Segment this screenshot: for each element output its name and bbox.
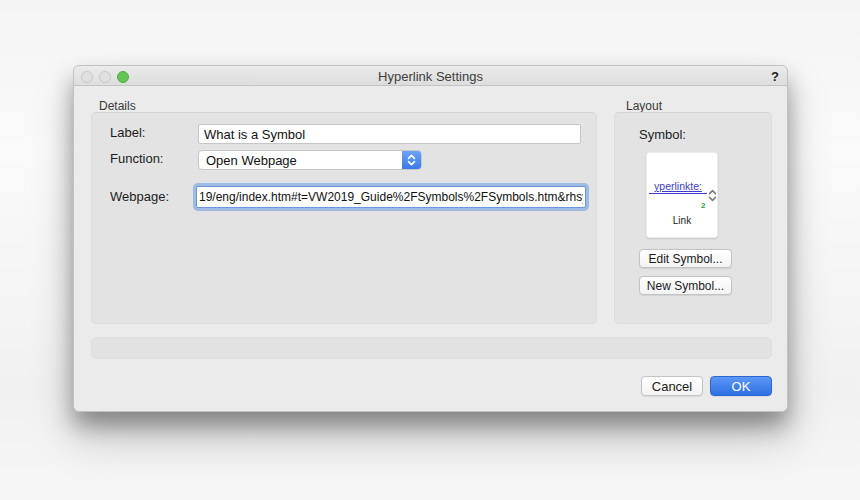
symbol-caption: Link [647,215,717,226]
function-dropdown-value: Open Webpage [199,153,402,168]
label-field-label: Label: [110,125,145,140]
edit-symbol-button[interactable]: Edit Symbol... [639,249,732,268]
layout-group-label: Layout [626,99,662,113]
cancel-button[interactable]: Cancel [641,376,703,396]
function-dropdown[interactable]: Open Webpage [198,150,422,170]
details-group-label: Details [99,99,136,113]
window-title: Hyperlink Settings [74,69,787,84]
hyperlink-settings-dialog: Hyperlink Settings ? Details Label: Func… [73,65,788,412]
webpage-field-label: Webpage: [110,189,169,204]
symbol-preview[interactable]: yperlinkte: 2 Link [646,152,718,238]
status-bar [91,337,772,359]
details-group: Label: Function: Open Webpage Webpage: [91,112,597,324]
ok-button[interactable]: OK [710,376,772,396]
webpage-input[interactable] [196,186,586,208]
label-input[interactable] [198,124,581,144]
symbol-link-text: yperlinkte: [649,180,707,194]
chevron-up-down-icon [708,188,717,206]
chevron-up-down-icon [402,151,421,169]
symbol-thumbnail: yperlinkte: [649,156,707,210]
new-symbol-button[interactable]: New Symbol... [639,276,732,295]
symbol-label: Symbol: [639,127,686,142]
function-field-label: Function: [110,151,163,166]
symbol-marker: 2 [701,201,705,210]
titlebar: Hyperlink Settings ? [74,66,787,86]
layout-group: Symbol: yperlinkte: 2 Link Edit Symbol..… [614,112,772,324]
help-button[interactable]: ? [771,69,779,84]
